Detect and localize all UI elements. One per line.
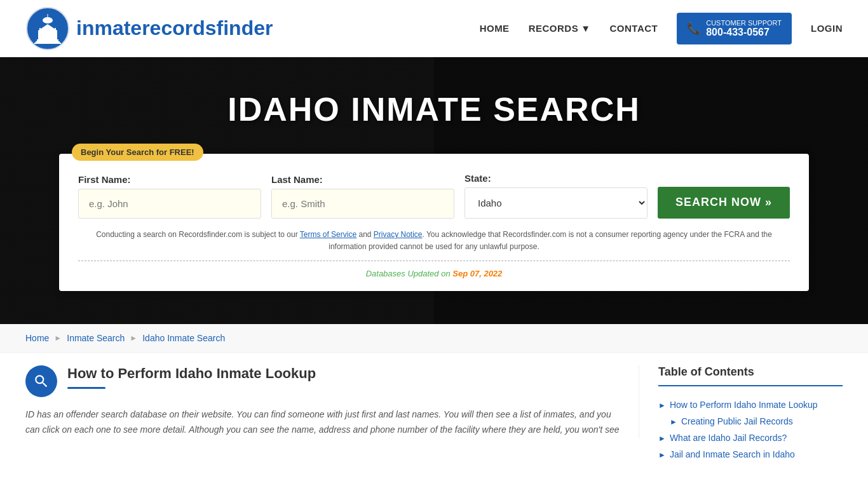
- article-title-group: How to Perform Idaho Inmate Lookup: [67, 365, 316, 389]
- db-updated-date: Sep 07, 2022: [452, 269, 502, 278]
- hero-title: IDAHO INMATE SEARCH: [59, 90, 809, 128]
- state-select[interactable]: Idaho Alabama Alaska Arizona Arkansas Ca…: [465, 187, 648, 219]
- hero-content: IDAHO INMATE SEARCH Begin Your Search fo…: [59, 90, 809, 291]
- customer-support-button[interactable]: 📞 CUSTOMER SUPPORT 800-433-0567: [677, 13, 792, 44]
- nav-contact[interactable]: CONTACT: [610, 23, 658, 34]
- toc-list: ►How to Perform Idaho Inmate Lookup►Crea…: [658, 396, 843, 463]
- first-name-group: First Name:: [78, 174, 261, 219]
- state-label: State:: [465, 173, 648, 184]
- first-name-input[interactable]: [78, 189, 261, 219]
- site-header: inmaterecordsfinder HOME RECORDS ▼ CONTA…: [0, 0, 868, 57]
- article-title: How to Perform Idaho Inmate Lookup: [67, 365, 316, 382]
- breadcrumb-home[interactable]: Home: [25, 333, 49, 343]
- svg-rect-2: [46, 18, 49, 22]
- logo[interactable]: inmaterecordsfinder: [25, 6, 273, 51]
- toc-chevron-icon: ►: [658, 451, 666, 459]
- main-content: How to Perform Idaho Inmate Lookup ID ha…: [0, 353, 868, 475]
- magnify-icon: [33, 373, 50, 390]
- svg-rect-11: [37, 39, 58, 41]
- state-group: State: Idaho Alabama Alaska Arizona Arka…: [465, 173, 648, 219]
- first-name-label: First Name:: [78, 174, 261, 185]
- chevron-down-icon: ▼: [581, 23, 590, 34]
- db-updated: Databases Updated on Sep 07, 2022: [78, 269, 790, 278]
- hero-section: IDAHO INMATE SEARCH Begin Your Search fo…: [0, 57, 868, 324]
- disclaimer-text: Conducting a search on Recordsfinder.com…: [78, 229, 790, 253]
- toc-divider: [658, 385, 843, 386]
- breadcrumb-current: Idaho Inmate Search: [142, 333, 225, 343]
- nav-records[interactable]: RECORDS ▼: [529, 23, 591, 34]
- search-now-button[interactable]: SEARCH NOW »: [658, 187, 790, 219]
- breadcrumb: Home ► Inmate Search ► Idaho Inmate Sear…: [0, 324, 868, 353]
- breadcrumb-inmate-search[interactable]: Inmate Search: [67, 333, 125, 343]
- main-nav: HOME RECORDS ▼ CONTACT 📞 CUSTOMER SUPPOR…: [480, 13, 843, 44]
- svg-rect-12: [36, 41, 60, 43]
- toc-chevron-icon: ►: [658, 434, 666, 443]
- svg-rect-13: [34, 43, 61, 44]
- tos-link[interactable]: Terms of Service: [300, 230, 356, 239]
- search-article-icon: [25, 365, 57, 397]
- breadcrumb-sep-1: ►: [54, 334, 62, 342]
- article-section: How to Perform Idaho Inmate Lookup ID ha…: [25, 365, 639, 438]
- login-button[interactable]: LOGIN: [811, 23, 843, 34]
- article-body: ID has an offender search database on th…: [25, 407, 620, 438]
- last-name-label: Last Name:: [271, 174, 454, 185]
- title-underline: [67, 387, 105, 389]
- search-fields: First Name: Last Name: State: Idaho Alab…: [78, 173, 790, 219]
- breadcrumb-sep-2: ►: [130, 334, 137, 342]
- toc-item[interactable]: ►How to Perform Idaho Inmate Lookup: [658, 396, 843, 413]
- toc-chevron-icon: ►: [658, 401, 666, 410]
- toc-title: Table of Contents: [658, 365, 843, 379]
- phone-icon: 📞: [687, 22, 701, 36]
- toc-chevron-icon: ►: [670, 417, 677, 426]
- last-name-group: Last Name:: [271, 174, 454, 219]
- toc-item[interactable]: ►Creating Public Jail Records: [670, 413, 843, 430]
- svg-rect-4: [38, 30, 57, 39]
- privacy-link[interactable]: Privacy Notice: [374, 230, 423, 239]
- free-badge: Begin Your Search for FREE!: [72, 144, 203, 161]
- nav-home[interactable]: HOME: [480, 23, 510, 34]
- logo-icon: [25, 6, 70, 51]
- toc-item[interactable]: ►Jail and Inmate Search in Idaho: [658, 446, 843, 463]
- search-card: Begin Your Search for FREE! First Name: …: [59, 154, 809, 291]
- db-updated-label: Databases Updated on: [366, 269, 451, 278]
- logo-text: inmaterecordsfinder: [76, 17, 273, 40]
- last-name-input[interactable]: [271, 189, 454, 219]
- db-separator: [78, 261, 790, 261]
- svg-rect-3: [48, 14, 48, 18]
- article-header: How to Perform Idaho Inmate Lookup: [25, 365, 620, 397]
- toc-item[interactable]: ►What are Idaho Jail Records?: [658, 430, 843, 446]
- table-of-contents: Table of Contents ►How to Perform Idaho …: [639, 365, 843, 463]
